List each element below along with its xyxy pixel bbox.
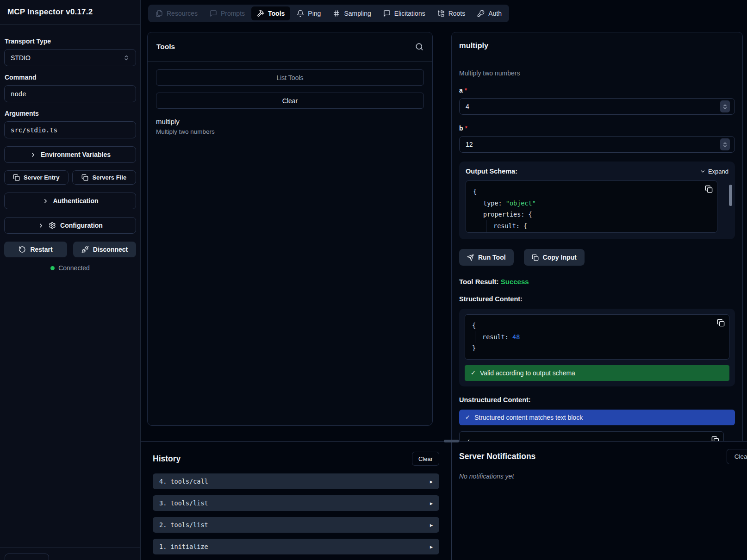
clear-history-button[interactable]: Clear: [412, 452, 439, 466]
tab-ping[interactable]: Ping: [291, 6, 326, 20]
status-text: Connected: [58, 264, 90, 272]
connection-status: Connected: [4, 264, 136, 272]
chevron-down-icon: [700, 168, 706, 174]
copy-input-button[interactable]: Copy Input: [524, 249, 585, 266]
message-square-icon: [210, 10, 217, 17]
param-a-value: 4: [466, 103, 469, 110]
unstructured-content-label: Unstructured Content:: [459, 396, 735, 404]
chevrons-up-down-icon: [123, 55, 130, 61]
run-tool-button[interactable]: Run Tool: [459, 249, 514, 266]
transport-type-select[interactable]: STDIO: [4, 49, 136, 66]
authentication-button[interactable]: Authentication: [4, 193, 136, 209]
tool-detail-description: Multiply two numbers: [459, 69, 735, 77]
param-b-input[interactable]: 12: [459, 136, 735, 153]
unplug-icon: [81, 246, 89, 253]
gear-icon: [49, 222, 56, 229]
folder-tree-icon: [437, 10, 445, 17]
history-title: History: [153, 454, 181, 464]
number-stepper[interactable]: [720, 100, 730, 112]
arguments-label: Arguments: [5, 110, 136, 117]
history-item[interactable]: 4. tools/call ▶: [153, 473, 439, 489]
copy-icon[interactable]: [711, 436, 719, 442]
command-value: node: [11, 90, 26, 98]
history-item[interactable]: 2. tools/list ▶: [153, 517, 439, 533]
disconnect-button[interactable]: Disconnect: [73, 242, 136, 257]
number-stepper[interactable]: [720, 138, 730, 150]
server-entry-button[interactable]: Server Entry: [4, 170, 68, 185]
arguments-input[interactable]: src/stdio.ts: [4, 121, 136, 138]
tab-resources[interactable]: Resources: [150, 6, 203, 20]
play-icon: ▶: [430, 479, 433, 484]
clear-notifications-button[interactable]: Clear: [727, 449, 747, 464]
send-icon: [467, 254, 474, 261]
tab-tools[interactable]: Tools: [251, 6, 290, 20]
result-status: Success: [501, 278, 529, 286]
scrollbar-thumb[interactable]: [729, 185, 732, 206]
sidebar-footer: [0, 547, 140, 560]
structured-content-code: { result: 48 }: [465, 314, 729, 360]
tab-prompts[interactable]: Prompts: [204, 6, 250, 20]
restart-icon: [19, 246, 26, 253]
copy-icon: [532, 254, 539, 261]
arguments-value: src/stdio.ts: [11, 126, 57, 134]
required-asterisk: *: [465, 87, 467, 94]
bell-icon: [297, 10, 304, 17]
expand-schema-button[interactable]: Expand: [700, 168, 728, 175]
list-tools-button[interactable]: List Tools: [156, 69, 424, 86]
output-schema-label: Output Schema:: [466, 168, 517, 175]
hash-icon: [333, 10, 340, 17]
copy-icon[interactable]: [717, 319, 725, 327]
required-asterisk: *: [465, 124, 467, 132]
clear-tools-button[interactable]: Clear: [156, 93, 424, 109]
copy-icon: [13, 174, 20, 181]
tab-auth[interactable]: Auth: [472, 6, 507, 20]
tab-bar: Resources Prompts Tools Ping Sampling El: [148, 5, 509, 22]
chevron-right-icon: [42, 198, 49, 205]
environment-variables-button[interactable]: Environment Variables: [4, 146, 136, 163]
app-title: MCP Inspector v0.17.2: [0, 0, 140, 25]
schema-valid-banner: ✓ Valid according to output schema: [465, 365, 729, 381]
message-square-icon: [383, 10, 391, 17]
param-a-label: a*: [459, 87, 735, 94]
status-dot: [50, 266, 55, 270]
history-item[interactable]: 3. tools/list ▶: [153, 495, 439, 511]
param-b-label: b*: [459, 124, 735, 132]
play-icon: ▶: [430, 501, 433, 506]
structured-content-box: { result: 48 } ✓ Valid according to outp…: [459, 309, 735, 386]
copy-icon[interactable]: [705, 185, 713, 193]
tools-panel: Tools List Tools Clear multiply Multiply…: [147, 32, 433, 426]
copy-icon: [81, 174, 88, 181]
sidebar-footer-button[interactable]: [5, 554, 49, 560]
no-notifications-text: No notifications yet: [459, 473, 747, 480]
check-icon: ✓: [471, 369, 476, 376]
play-icon: ▶: [430, 544, 433, 549]
param-a-input[interactable]: 4: [459, 98, 735, 115]
command-input[interactable]: node: [4, 85, 136, 102]
tool-result-line: Tool Result: Success: [459, 278, 735, 286]
tab-roots[interactable]: Roots: [432, 6, 471, 20]
search-icon[interactable]: [415, 43, 423, 51]
servers-file-button[interactable]: Servers File: [72, 170, 137, 185]
history-item[interactable]: 1. initialize ▶: [153, 539, 439, 554]
tools-panel-title: Tools: [156, 43, 175, 51]
param-b-value: 12: [466, 141, 473, 148]
unstructured-content-code: {: [459, 431, 724, 442]
files-icon: [156, 10, 163, 17]
output-schema-code: { type: "object" properties: { result: {…: [466, 180, 717, 233]
transport-type-label: Transport Type: [5, 37, 136, 45]
history-panel: History Clear 4. tools/call ▶ 3. tools/l…: [141, 442, 451, 560]
server-notifications-panel: Server Notifications Clear No notificati…: [451, 442, 747, 560]
tool-detail-title: multiply: [452, 32, 742, 59]
structured-content-label: Structured Content:: [459, 295, 735, 303]
command-label: Command: [5, 74, 136, 81]
tab-elicitations[interactable]: Elicitations: [378, 6, 431, 20]
tool-list-item[interactable]: multiply Multiply two numbers: [156, 117, 424, 136]
output-schema-box: Output Schema: Expand { type: "object": [459, 162, 735, 239]
server-notifications-title: Server Notifications: [459, 452, 535, 461]
sidebar: MCP Inspector v0.17.2 Transport Type STD…: [0, 0, 141, 560]
configuration-button[interactable]: Configuration: [4, 217, 136, 234]
restart-button[interactable]: Restart: [4, 242, 67, 257]
chevron-right-icon: [30, 151, 37, 158]
split-drag-handle[interactable]: [444, 440, 459, 442]
tab-sampling[interactable]: Sampling: [327, 6, 376, 20]
